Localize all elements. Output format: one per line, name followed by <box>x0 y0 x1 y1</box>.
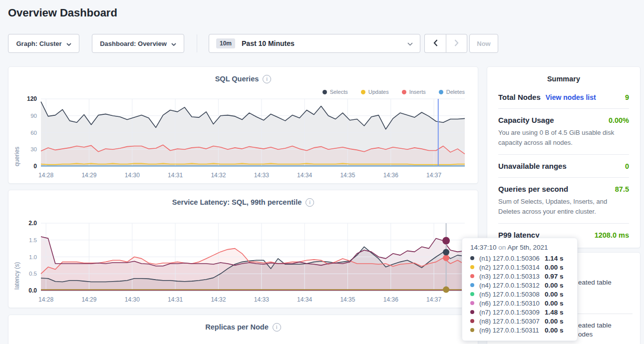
summary-label: Unavailable ranges <box>498 162 567 170</box>
svg-text:14:35: 14:35 <box>340 172 355 179</box>
svg-text:14:36: 14:36 <box>383 296 398 303</box>
node-dot <box>470 265 474 269</box>
svg-text:14:30: 14:30 <box>125 296 140 303</box>
summary-title: Summary <box>498 75 629 83</box>
svg-text:2.0: 2.0 <box>28 220 37 227</box>
node-dot <box>470 319 474 323</box>
summary-value: 0.00% <box>609 116 629 124</box>
legend-item-deletes[interactable]: Deletes <box>439 89 465 95</box>
summary-panel: Summary Total NodesView nodes list9Capac… <box>487 66 641 248</box>
svg-text:14:35: 14:35 <box>340 296 355 303</box>
svg-text:14:37: 14:37 <box>426 296 441 303</box>
chevron-right-icon <box>454 39 459 48</box>
tooltip-row: (n4) 127.0.0.1:503120.00 s <box>470 281 569 290</box>
sql-queries-card: SQL Queries i SelectsUpdatesInsertsDelet… <box>8 66 478 184</box>
svg-text:14:31: 14:31 <box>168 172 183 179</box>
view-nodes-link[interactable]: View nodes list <box>546 93 596 101</box>
event-text-fragment: odes <box>578 331 593 338</box>
dashboard-controls: Graph: Cluster Dashboard: Overview 10m P… <box>8 34 636 53</box>
tooltip-row: (n6) 127.0.0.1:503100.00 s <box>470 299 569 308</box>
svg-text:14:32: 14:32 <box>211 172 226 179</box>
svg-text:14:33: 14:33 <box>254 296 269 303</box>
chevron-left-icon <box>433 39 438 48</box>
graph-dropdown-label: Graph: Cluster <box>16 40 61 47</box>
time-prev-button[interactable] <box>424 34 446 53</box>
divider <box>498 177 629 178</box>
chart-tooltip: 14:37:10 on Apr 5th, 2021 (n1) 127.0.0.1… <box>462 238 578 341</box>
dashboard-dropdown-label: Dashboard: Overview <box>100 40 167 47</box>
legend-dot <box>361 90 365 94</box>
graph-dropdown[interactable]: Graph: Cluster <box>8 34 79 53</box>
legend-item-updates[interactable]: Updates <box>361 89 389 95</box>
svg-text:14:29: 14:29 <box>81 296 96 303</box>
chart-title: SQL Queries <box>215 75 259 83</box>
tooltip-row: (n2) 127.0.0.1:503140.00 s <box>470 263 569 272</box>
now-button[interactable]: Now <box>469 34 498 53</box>
svg-text:30: 30 <box>30 146 37 152</box>
svg-text:14:36: 14:36 <box>383 172 398 179</box>
node-dot <box>470 310 474 314</box>
summary-row: Capacity Usage0.00%You are using 0 B of … <box>498 116 629 147</box>
summary-label: Capacity Usage <box>498 116 554 124</box>
summary-caption: Sum of Selects, Updates, Inserts, and De… <box>498 197 629 216</box>
divider <box>498 154 629 155</box>
svg-text:90: 90 <box>30 113 37 119</box>
svg-text:1.0: 1.0 <box>29 254 37 260</box>
dashboard-dropdown[interactable]: Dashboard: Overview <box>92 34 184 53</box>
node-dot <box>470 283 474 287</box>
legend-dot <box>402 90 406 94</box>
summary-caption: You are using 0 B of 4.5 GiB usable disk… <box>498 128 629 147</box>
node-dot <box>470 301 474 305</box>
divider <box>498 108 629 109</box>
node-dot <box>470 328 474 332</box>
legend-item-inserts[interactable]: Inserts <box>402 89 426 95</box>
tooltip-row: (n1) 127.0.0.1:503061.14 s <box>470 254 569 263</box>
legend-dot <box>322 90 327 94</box>
summary-value: 9 <box>625 93 629 101</box>
replicas-per-node-card: Replicas per Node i <box>8 315 478 344</box>
time-next-button[interactable] <box>446 34 467 53</box>
tooltip-row: (n7) 127.0.0.1:503091.48 s <box>470 308 569 317</box>
chart-title: Service Latency: SQL, 99th percentile <box>172 198 302 206</box>
time-range-label: Past 10 Minutes <box>242 39 295 47</box>
service-latency-card: Service Latency: SQL, 99th percentile i … <box>8 190 478 308</box>
svg-text:60: 60 <box>30 130 37 136</box>
info-icon[interactable]: i <box>273 323 281 332</box>
summary-value: 1208.0 ms <box>595 231 629 239</box>
time-range-dropdown[interactable]: 10m Past 10 Minutes <box>209 34 420 53</box>
info-icon[interactable]: i <box>263 75 271 83</box>
svg-text:14:34: 14:34 <box>297 172 312 179</box>
page-title: Overview Dashboard <box>8 6 117 19</box>
divider <box>498 223 629 224</box>
sql-queries-chart[interactable]: 14:2814:2914:3014:3114:3214:3314:3414:35… <box>16 96 471 183</box>
legend-item-selects[interactable]: Selects <box>322 89 348 95</box>
svg-text:120: 120 <box>27 96 37 102</box>
svg-text:1.5: 1.5 <box>29 237 37 243</box>
svg-text:14:37: 14:37 <box>426 172 441 179</box>
sql-legend: SelectsUpdatesInsertsDeletes <box>322 89 465 95</box>
svg-text:0.0: 0.0 <box>28 287 37 294</box>
service-latency-chart[interactable]: 14:2814:2914:3014:3114:3214:3314:3414:35… <box>16 220 471 307</box>
svg-text:14:28: 14:28 <box>38 172 53 179</box>
tooltip-timestamp: 14:37:10 on Apr 5th, 2021 <box>470 244 569 251</box>
tooltip-row: (n3) 127.0.0.1:503130.97 s <box>470 272 569 281</box>
svg-text:14:33: 14:33 <box>254 172 269 179</box>
chart-title: Replicas per Node <box>205 323 269 331</box>
summary-value: 87.5 <box>615 185 629 193</box>
summary-rows: Total NodesView nodes list9Capacity Usag… <box>498 93 629 239</box>
svg-text:0: 0 <box>33 163 37 170</box>
svg-text:14:30: 14:30 <box>125 172 140 179</box>
info-icon[interactable]: i <box>306 198 314 207</box>
time-range-badge: 10m <box>216 38 235 48</box>
node-dot <box>470 256 474 260</box>
summary-label: Queries per second <box>498 185 568 193</box>
chevron-down-icon <box>407 40 413 47</box>
chevron-down-icon <box>66 40 71 47</box>
summary-value: 0 <box>625 162 629 170</box>
summary-row: Unavailable ranges0 <box>498 162 629 170</box>
svg-text:0.5: 0.5 <box>29 271 37 277</box>
svg-text:14:28: 14:28 <box>38 296 53 303</box>
node-dot <box>470 292 474 296</box>
svg-text:14:34: 14:34 <box>297 296 312 303</box>
svg-text:14:31: 14:31 <box>168 296 183 303</box>
